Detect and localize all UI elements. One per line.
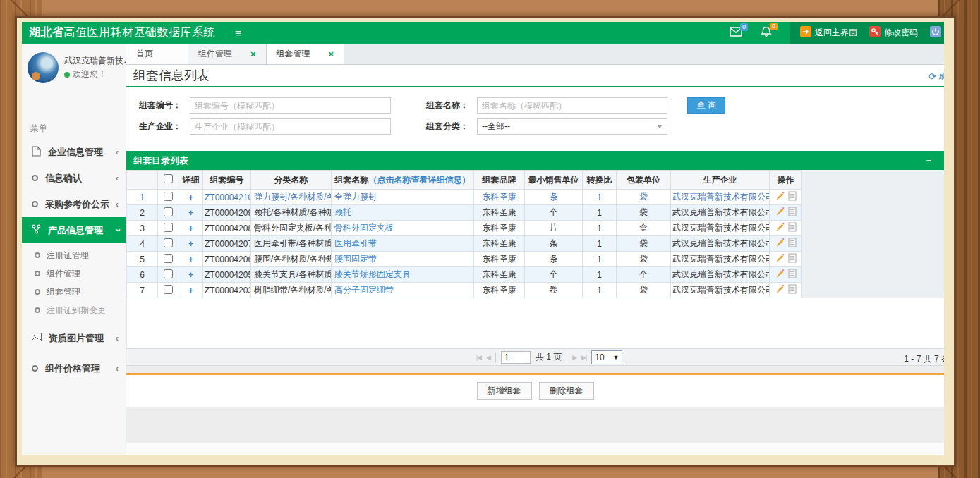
- row-number-header: [127, 171, 158, 190]
- set-name-input[interactable]: [477, 97, 667, 114]
- submenu-item-set-management[interactable]: 组套管理: [22, 283, 126, 301]
- manufacturer-cell: 武汉克瑞普新技术有限公司: [671, 205, 770, 221]
- select-all-checkbox[interactable]: [164, 174, 173, 183]
- set-code-input[interactable]: [190, 97, 391, 114]
- row-checkbox[interactable]: [164, 192, 173, 201]
- edit-pencil-icon[interactable]: [775, 269, 785, 281]
- operations-cell: [770, 205, 802, 221]
- submenu-item-registration-cert[interactable]: 注册证管理: [22, 246, 126, 264]
- tab-label: 组件管理: [198, 48, 232, 60]
- set-category-select[interactable]: --全部--: [477, 118, 667, 135]
- expand-row-button[interactable]: +: [188, 270, 193, 280]
- submenu-item-cert-expiry-change[interactable]: 注册证到期变更: [22, 301, 126, 319]
- set-code-label: 组套编号：: [126, 99, 181, 111]
- logout-button[interactable]: 退出: [930, 26, 944, 39]
- app-title-province: 湖北省: [29, 26, 64, 38]
- manufacturer-cell: 武汉克瑞普新技术有限公司: [671, 267, 770, 283]
- row-checkbox[interactable]: [164, 254, 173, 263]
- table-panel-title: 组套目录列表: [133, 154, 188, 167]
- tab-component-management[interactable]: 组件管理×: [188, 44, 267, 64]
- sidebar-item-price-publicity[interactable]: 采购参考价公示 ‹: [22, 191, 126, 217]
- hamburger-menu-icon[interactable]: ≡: [235, 27, 241, 39]
- set-name-link[interactable]: 膝关节矫形固定支具: [334, 269, 411, 279]
- delete-set-button[interactable]: 删除组套: [539, 382, 594, 400]
- view-document-icon[interactable]: [788, 253, 797, 265]
- set-name-link[interactable]: 全弹力腰封: [334, 192, 377, 202]
- notification-button[interactable]: 0: [761, 26, 772, 39]
- add-set-button[interactable]: 新增组套: [477, 382, 532, 400]
- edit-pencil-icon[interactable]: [775, 207, 785, 219]
- close-icon[interactable]: ×: [250, 49, 256, 59]
- tab-home[interactable]: 首页: [126, 44, 188, 64]
- expand-row-button[interactable]: +: [188, 192, 193, 202]
- manufacturer-cell: 武汉克瑞普新技术有限公司: [671, 221, 770, 236]
- row-checkbox[interactable]: [164, 223, 173, 232]
- record-range-label: 1 - 7 共 7 条: [904, 353, 944, 365]
- min-unit-cell: 个: [525, 205, 583, 221]
- pack-unit-cell: 个: [617, 267, 671, 283]
- view-document-icon[interactable]: [788, 222, 797, 234]
- edit-pencil-icon[interactable]: [775, 253, 785, 265]
- set-name-link[interactable]: 高分子固定绷带: [334, 285, 394, 295]
- first-page-button[interactable]: |◀: [476, 354, 481, 361]
- view-document-icon[interactable]: [788, 207, 797, 219]
- expand-row-button[interactable]: +: [188, 239, 193, 249]
- row-checkbox[interactable]: [164, 207, 173, 216]
- row-checkbox[interactable]: [164, 285, 173, 294]
- edit-pencil-icon[interactable]: [775, 222, 785, 234]
- last-page-button[interactable]: ▶|: [581, 354, 586, 361]
- next-page-button[interactable]: ▶: [572, 354, 576, 361]
- col-ratio: 转换比: [583, 171, 617, 190]
- query-button[interactable]: 查 询: [687, 97, 725, 114]
- circle-icon: [32, 175, 38, 181]
- change-password-button[interactable]: 修改密码: [869, 26, 918, 39]
- row-checkbox[interactable]: [164, 238, 173, 247]
- operations-cell: [770, 267, 802, 283]
- sidebar-item-info-confirm[interactable]: 信息确认 ‹: [22, 165, 126, 191]
- set-name-link[interactable]: 骨科外固定夹板: [334, 223, 394, 233]
- col-set-name: 组套名称（点击名称查看详细信息）: [332, 171, 474, 190]
- submenu-item-component-management[interactable]: 组件管理: [22, 264, 126, 283]
- col-category: 分类名称: [251, 171, 332, 190]
- view-document-icon[interactable]: [788, 269, 797, 281]
- tab-set-management[interactable]: 组套管理×: [267, 44, 345, 64]
- expand-row-button[interactable]: +: [188, 286, 193, 295]
- set-name-link[interactable]: 医用牵引带: [334, 238, 377, 248]
- expand-row-button[interactable]: +: [188, 208, 193, 218]
- collapse-panel-button[interactable]: −: [926, 155, 931, 166]
- row-number: 4: [127, 236, 158, 252]
- brand-cell: 东科圣康: [474, 236, 525, 252]
- set-name-link[interactable]: 颈托: [334, 207, 351, 217]
- edit-pencil-icon[interactable]: [775, 284, 785, 296]
- dropdown-caret-icon: ▼: [612, 354, 619, 361]
- table-row: 5 + ZT00004206 腰围/各种材质/各种规格 腰围固定带 东科圣康 条…: [127, 252, 802, 267]
- submenu-item-label: 注册证到期变更: [47, 305, 106, 317]
- view-document-icon[interactable]: [788, 191, 797, 203]
- page-number-input[interactable]: [501, 351, 531, 364]
- sidebar-item-product-info[interactable]: 产品信息管理 ‹: [22, 217, 126, 243]
- refresh-button[interactable]: ⟳刷新: [928, 71, 944, 82]
- row-checkbox[interactable]: [164, 269, 173, 278]
- sidebar-item-component-price[interactable]: 组件价格管理 ‹: [22, 355, 126, 381]
- close-icon[interactable]: ×: [329, 49, 334, 59]
- set-code-cell: ZT00004210: [203, 190, 251, 205]
- view-document-icon[interactable]: [788, 284, 797, 296]
- sidebar-item-qualification-images[interactable]: 资质图片管理 ‹: [22, 325, 126, 351]
- view-document-icon[interactable]: [788, 238, 797, 250]
- expand-row-button[interactable]: +: [188, 255, 193, 264]
- prev-page-button[interactable]: ◀: [486, 354, 490, 361]
- page-size-select[interactable]: 10▼: [591, 350, 622, 364]
- main-content: 首页 组件管理× 组套管理× 组套信息列表 ⟳刷新 组套编号： 组套名称： 查 …: [126, 44, 944, 455]
- ratio-cell: 1: [583, 267, 617, 283]
- mail-count-badge: 0: [740, 23, 748, 31]
- set-name-link[interactable]: 腰围固定带: [334, 254, 377, 264]
- return-main-button[interactable]: 返回主界面: [800, 26, 857, 39]
- edit-pencil-icon[interactable]: [775, 191, 785, 203]
- operations-cell: [770, 283, 802, 298]
- col-set-name-text: 组套名称: [335, 175, 369, 185]
- sidebar-item-enterprise-info[interactable]: 企业信息管理 ‹: [22, 139, 126, 165]
- edit-pencil-icon[interactable]: [775, 238, 785, 250]
- manufacturer-input[interactable]: [190, 118, 391, 135]
- mail-button[interactable]: 0: [730, 27, 742, 39]
- expand-row-button[interactable]: +: [188, 223, 193, 233]
